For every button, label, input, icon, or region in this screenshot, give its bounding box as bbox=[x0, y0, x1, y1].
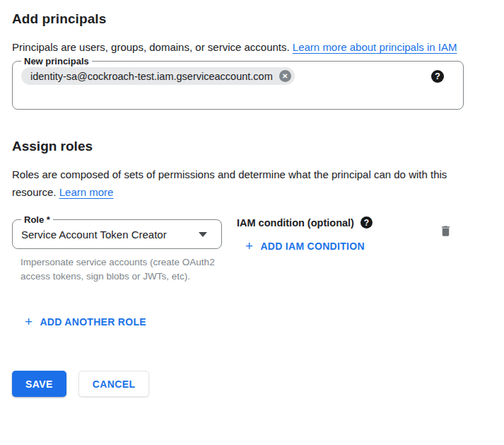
save-button[interactable]: SAVE bbox=[12, 371, 66, 397]
principal-chip-label: identity-sa@cockroach-test.iam.gservicea… bbox=[30, 71, 273, 82]
new-principals-field[interactable]: New principals identity-sa@cockroach-tes… bbox=[12, 56, 464, 110]
principal-chip: identity-sa@cockroach-test.iam.gservicea… bbox=[21, 67, 295, 85]
principals-intro-text: Principals are users, groups, domains, o… bbox=[12, 41, 293, 53]
delete-role-button[interactable] bbox=[438, 223, 454, 241]
plus-icon: + bbox=[25, 315, 33, 328]
iam-condition-column: IAM condition (optional) ? + ADD IAM CON… bbox=[237, 214, 373, 253]
role-select-value: Service Account Token Creator bbox=[21, 229, 167, 241]
add-another-role-button[interactable]: + ADD ANOTHER ROLE bbox=[25, 315, 146, 328]
principals-field-empty-area[interactable] bbox=[21, 85, 455, 109]
role-select-label: Role * bbox=[21, 214, 53, 225]
iam-condition-label-row: IAM condition (optional) ? bbox=[237, 216, 373, 229]
learn-more-principals-link[interactable]: Learn more about principals in IAM bbox=[293, 41, 457, 53]
principals-intro: Principals are users, groups, domains, o… bbox=[12, 38, 471, 56]
iam-condition-label: IAM condition (optional) bbox=[237, 217, 354, 229]
principals-chip-row: identity-sa@cockroach-test.iam.gservicea… bbox=[21, 67, 455, 85]
dropdown-arrow-icon bbox=[199, 232, 207, 237]
page-title: Add principals bbox=[12, 11, 476, 27]
principals-help-icon[interactable]: ? bbox=[431, 70, 444, 83]
role-select[interactable]: Role * Service Account Token Creator bbox=[12, 214, 222, 249]
add-principals-panel: Add principals Principals are users, gro… bbox=[0, 0, 476, 397]
dialog-actions: SAVE CANCEL bbox=[12, 371, 476, 397]
role-select-value-row[interactable]: Service Account Token Creator bbox=[21, 225, 213, 248]
role-helper-text: Impersonate service accounts (create OAu… bbox=[20, 255, 218, 284]
role-assignment-row: Role * Service Account Token Creator Imp… bbox=[12, 214, 464, 284]
trash-icon bbox=[439, 224, 452, 240]
learn-more-roles-link[interactable]: Learn more bbox=[59, 186, 114, 198]
add-iam-condition-button[interactable]: + ADD IAM CONDITION bbox=[245, 239, 365, 253]
add-iam-condition-label: ADD IAM CONDITION bbox=[260, 241, 364, 252]
delete-role-column bbox=[438, 223, 454, 241]
new-principals-label: New principals bbox=[21, 56, 92, 67]
roles-intro: Roles are composed of sets of permission… bbox=[12, 166, 471, 201]
cancel-button[interactable]: CANCEL bbox=[78, 371, 150, 397]
role-column: Role * Service Account Token Creator Imp… bbox=[12, 214, 222, 284]
plus-icon: + bbox=[245, 239, 253, 253]
iam-condition-help-icon[interactable]: ? bbox=[361, 216, 373, 229]
add-another-role-label: ADD ANOTHER ROLE bbox=[40, 316, 146, 328]
chip-close-icon[interactable]: ✕ bbox=[279, 70, 291, 82]
assign-roles-title: Assign roles bbox=[12, 139, 476, 154]
